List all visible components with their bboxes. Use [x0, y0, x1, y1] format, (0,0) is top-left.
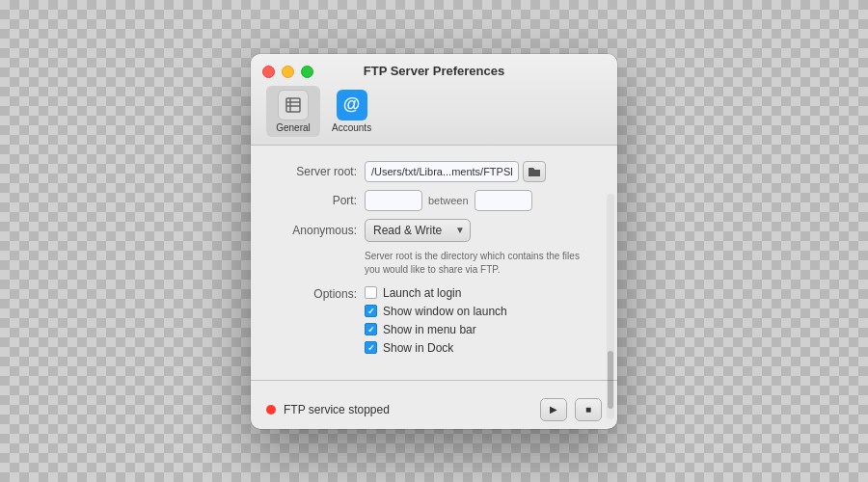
- port-row: Port: between: [270, 190, 598, 211]
- options-label: Options:: [270, 286, 357, 355]
- path-field: [365, 161, 546, 182]
- main-window: FTP Server Preferences General @ Accou: [251, 54, 617, 429]
- options-list: Launch at login Show window on launch Sh…: [365, 286, 507, 355]
- titlebar: FTP Server Preferences General @ Accou: [251, 54, 617, 146]
- launch-at-login-checkbox[interactable]: [365, 286, 377, 299]
- toolbar: General @ Accounts: [266, 86, 379, 137]
- launch-at-login-label: Launch at login: [383, 286, 461, 300]
- window-title: FTP Server Preferences: [364, 64, 504, 78]
- scrollbar-thumb[interactable]: [608, 351, 613, 409]
- show-menubar-label: Show in menu bar: [383, 323, 476, 336]
- anonymous-label: Anonymous:: [270, 224, 357, 237]
- maximize-button[interactable]: [301, 66, 313, 78]
- show-dock-checkbox[interactable]: [365, 341, 377, 354]
- port-start-input[interactable]: [365, 190, 422, 211]
- window-content: Server root: Port: between: [251, 146, 617, 429]
- hint-text: Server root is the directory which conta…: [365, 250, 586, 277]
- show-menubar-checkbox[interactable]: [365, 323, 377, 335]
- accounts-icon: @: [337, 90, 367, 120]
- scrollbar[interactable]: [607, 194, 614, 419]
- browse-button[interactable]: [523, 161, 546, 182]
- tab-general[interactable]: General: [266, 86, 320, 137]
- anonymous-select-wrap: No Access Read Only Read & Write ▼: [365, 219, 471, 242]
- stop-button[interactable]: ■: [575, 398, 602, 421]
- divider: [251, 380, 617, 381]
- content-area: Server root: Port: between: [251, 146, 617, 380]
- show-window-label: Show window on launch: [383, 305, 507, 318]
- server-root-label: Server root:: [270, 165, 357, 178]
- general-tab-label: General: [276, 122, 311, 133]
- option-show-menubar: Show in menu bar: [365, 323, 507, 336]
- status-text: FTP service stopped: [284, 403, 532, 416]
- server-root-input[interactable]: [365, 161, 519, 182]
- status-bar: FTP service stopped ▶ ■: [251, 390, 617, 429]
- between-label: between: [428, 195, 469, 206]
- minimize-button[interactable]: [282, 66, 294, 78]
- close-button[interactable]: [262, 66, 275, 78]
- anonymous-row: Anonymous: No Access Read Only Read & Wr…: [270, 219, 598, 242]
- anonymous-select[interactable]: No Access Read Only Read & Write: [365, 219, 471, 242]
- option-show-dock: Show in Dock: [365, 341, 507, 355]
- show-window-checkbox[interactable]: [365, 305, 377, 317]
- svg-rect-0: [286, 98, 300, 112]
- port-inputs: between: [365, 190, 532, 211]
- server-root-row: Server root:: [270, 161, 598, 182]
- option-launch-login: Launch at login: [365, 286, 507, 300]
- play-button[interactable]: ▶: [540, 398, 567, 421]
- show-dock-label: Show in Dock: [383, 341, 453, 355]
- window-controls: [262, 66, 313, 78]
- option-show-window: Show window on launch: [365, 305, 507, 318]
- port-end-input[interactable]: [475, 190, 532, 211]
- status-indicator: [266, 405, 276, 415]
- accounts-tab-label: Accounts: [332, 122, 371, 133]
- port-label: Port:: [270, 194, 357, 207]
- general-icon: [278, 90, 309, 120]
- options-section: Options: Launch at login Show window on …: [270, 286, 598, 355]
- tab-accounts[interactable]: @ Accounts: [324, 86, 379, 137]
